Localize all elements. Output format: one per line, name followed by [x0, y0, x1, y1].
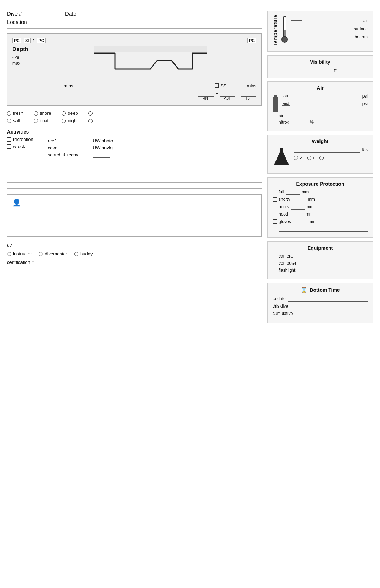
night-option[interactable]: night: [62, 118, 78, 123]
weight-plus-option[interactable]: +: [307, 155, 315, 161]
dive-number-field[interactable]: [26, 11, 54, 17]
extra-radio-1[interactable]: [88, 111, 93, 116]
full-checkbox[interactable]: [273, 190, 277, 194]
visibility-field[interactable]: [304, 68, 332, 73]
rnt-field[interactable]: [198, 91, 214, 97]
flashlight-row[interactable]: flashlight: [273, 268, 368, 273]
cert-field[interactable]: [36, 259, 262, 265]
shore-radio[interactable]: [34, 111, 38, 116]
activity-cave[interactable]: cave: [42, 145, 78, 150]
hood-checkbox[interactable]: [273, 212, 277, 216]
air-type-row[interactable]: air: [273, 113, 368, 118]
camera-checkbox[interactable]: [273, 254, 277, 258]
nitrox-type-row[interactable]: nitrox %: [273, 120, 368, 125]
divemaster-radio[interactable]: [39, 252, 43, 256]
custom-activity-field[interactable]: [93, 152, 110, 158]
instructor-option[interactable]: instructor: [7, 251, 32, 256]
end-psi-field[interactable]: [292, 101, 361, 106]
cave-checkbox[interactable]: [42, 146, 46, 150]
camera-row[interactable]: camera: [273, 254, 368, 259]
extra-option-2[interactable]: [88, 118, 112, 124]
activity-uwphoto[interactable]: UW photo: [87, 138, 113, 143]
tbt-field[interactable]: [241, 91, 256, 97]
nitrox-checkbox[interactable]: [273, 120, 277, 124]
reef-checkbox[interactable]: [42, 139, 46, 143]
shorty-checkbox[interactable]: [273, 197, 277, 202]
full-mm-field[interactable]: [286, 190, 300, 195]
fresh-water-option[interactable]: fresh: [7, 111, 23, 116]
boat-radio[interactable]: [34, 119, 38, 123]
activity-search[interactable]: search & recov: [42, 152, 78, 157]
cumulative-field[interactable]: [295, 311, 368, 316]
weight-minus-radio[interactable]: [319, 156, 324, 160]
buddy-option[interactable]: buddy: [74, 251, 93, 256]
instructor-radio[interactable]: [7, 252, 11, 256]
exposure-boots-row[interactable]: boots mm: [273, 204, 368, 210]
deep-option[interactable]: deep: [62, 111, 78, 116]
buddy-radio[interactable]: [74, 252, 78, 256]
signature-box[interactable]: 👤: [7, 194, 262, 237]
equals-sign: =: [237, 91, 239, 96]
to-date-field[interactable]: [288, 296, 368, 302]
ss-checkbox[interactable]: [215, 83, 219, 88]
exposure-custom-row[interactable]: [273, 227, 368, 232]
boat-option[interactable]: boat: [34, 118, 51, 123]
weight-minus-option[interactable]: −: [319, 155, 328, 161]
divemaster-option[interactable]: divemaster: [39, 251, 67, 256]
this-dive-field[interactable]: [290, 304, 368, 309]
computer-checkbox[interactable]: [273, 261, 277, 265]
weight-check-option[interactable]: ✓: [294, 155, 303, 161]
nitrox-pct-field[interactable]: [291, 120, 308, 125]
gloves-mm-field[interactable]: [293, 219, 307, 224]
salt-radio[interactable]: [7, 119, 11, 123]
location-field[interactable]: [29, 19, 262, 25]
extra-radio-2[interactable]: [88, 119, 93, 123]
air-checkbox[interactable]: [273, 114, 277, 118]
surface-temp-field[interactable]: [291, 26, 352, 31]
deep-radio[interactable]: [62, 111, 66, 116]
activity-wreck[interactable]: wreck: [7, 144, 33, 149]
shore-option[interactable]: shore: [34, 111, 51, 116]
ss-mins-field[interactable]: [228, 83, 246, 88]
gloves-checkbox[interactable]: [273, 219, 277, 224]
weight-plus-radio[interactable]: [307, 156, 311, 160]
uwphoto-checkbox[interactable]: [87, 139, 91, 143]
uwnavig-checkbox[interactable]: [87, 146, 91, 150]
exposure-gloves-row[interactable]: gloves mm: [273, 219, 368, 224]
weight-field[interactable]: [294, 147, 360, 153]
boots-mm-field[interactable]: [291, 204, 305, 210]
date-field[interactable]: [80, 11, 171, 17]
abt-field[interactable]: [220, 91, 235, 97]
boots-checkbox[interactable]: [273, 205, 277, 209]
search-checkbox[interactable]: [42, 153, 46, 157]
shorty-mm-field[interactable]: [292, 197, 306, 202]
custom-exposure-field[interactable]: [279, 227, 368, 232]
activity-custom[interactable]: [87, 152, 113, 158]
exposure-shorty-row[interactable]: shorty mm: [273, 197, 368, 202]
fresh-radio[interactable]: [7, 111, 11, 116]
night-radio[interactable]: [62, 119, 66, 123]
exposure-full-row[interactable]: full mm: [273, 190, 368, 195]
bottom-temp-field[interactable]: [291, 34, 353, 39]
activity-reef[interactable]: reef: [42, 138, 78, 143]
exposure-hood-row[interactable]: hood mm: [273, 212, 368, 217]
air-temp-field[interactable]: [304, 18, 361, 23]
max-field[interactable]: [22, 61, 39, 66]
hood-mm-field[interactable]: [290, 212, 304, 217]
extra-field-1[interactable]: [94, 111, 112, 116]
extra-field-2[interactable]: [94, 118, 112, 124]
flashlight-checkbox[interactable]: [273, 268, 277, 272]
custom-activity-checkbox[interactable]: [87, 153, 91, 157]
mins-field[interactable]: [44, 83, 62, 88]
wreck-checkbox[interactable]: [7, 144, 11, 149]
start-psi-field[interactable]: [292, 94, 361, 99]
salt-water-option[interactable]: salt: [7, 118, 23, 123]
computer-row[interactable]: computer: [273, 261, 368, 266]
activity-uwnavig[interactable]: UW navig: [87, 145, 113, 150]
recreation-checkbox[interactable]: [7, 137, 11, 142]
avg-field[interactable]: [20, 54, 38, 59]
custom-exposure-checkbox[interactable]: [273, 227, 277, 231]
extra-option-1[interactable]: [88, 111, 112, 116]
weight-check-radio[interactable]: [294, 156, 298, 160]
activity-recreation[interactable]: recreation: [7, 137, 33, 142]
